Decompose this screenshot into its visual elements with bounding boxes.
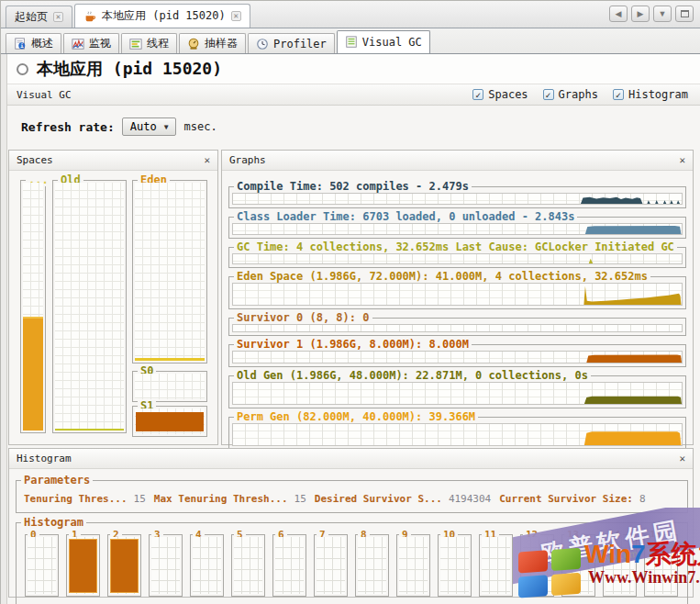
tab-overview[interactable]: i 概述: [6, 33, 61, 53]
view-toggle-checkbox[interactable]: ✓ Spaces: [472, 88, 528, 101]
parameter-label: Max Tenuring Thresh...: [154, 493, 288, 505]
tab-start-page[interactable]: 起始页 ✕: [6, 6, 72, 28]
close-icon[interactable]: ✕: [231, 11, 241, 21]
graph-strip: [232, 423, 683, 446]
nav-back-button[interactable]: ◀: [609, 6, 628, 22]
parameter: Current Survivor Size:8: [499, 493, 645, 505]
checkbox-label: Graphs: [559, 88, 598, 101]
graph-row-label: Survivor 0 (8, 8): 0: [234, 311, 372, 324]
parameter-value: 8: [639, 493, 646, 505]
histogram-groupbox: Histogram 0 1 2 3 4 5 6 7 8 9: [16, 522, 688, 604]
histogram-cell: 14: [603, 534, 637, 597]
view-toggle-checkbox[interactable]: ✓ Histogram: [613, 88, 688, 101]
histogram-body: Parameters Tenuring Thres...15 Max Tenur…: [9, 469, 693, 597]
parameters-groupbox: Parameters Tenuring Thres...15 Max Tenur…: [16, 480, 688, 513]
visual-gc-subheader: Visual GC ✓ Spaces ✓ Graphs ✓ Histogram: [7, 84, 700, 106]
document-tabbar: 起始页 ✕ 本地应用 (pid 15020) ✕ ◀ ▶ ▼: [1, 1, 700, 28]
parameter-value: 4194304: [449, 493, 491, 505]
tab-threads[interactable]: 线程: [121, 33, 177, 53]
tab-monitor[interactable]: 监视: [63, 33, 119, 53]
parameter: Tenuring Thres...15: [24, 493, 146, 505]
histogram-cell-grid: [275, 537, 304, 594]
close-icon[interactable]: ✕: [679, 453, 685, 464]
graph-fill: [233, 325, 682, 331]
space-column-fill: [135, 358, 205, 361]
graph-fill: [233, 284, 682, 305]
chevron-down-icon: ▼: [164, 123, 169, 131]
parameter: Max Tenuring Thresh...15: [154, 493, 306, 505]
histogram-panel-header: Histogram ✕: [9, 449, 693, 469]
tab-sampler-label: 抽样器: [205, 36, 238, 51]
histogram-cell: 1: [66, 534, 100, 597]
svg-text:i: i: [20, 42, 24, 49]
spaces-panel-title: Spaces: [17, 154, 53, 166]
close-icon[interactable]: ✕: [679, 154, 685, 166]
histogram-cell-grid: [234, 537, 262, 594]
graph-row: Perm Gen (82.000M, 40.000M): 39.366M: [228, 417, 686, 450]
profiler-clock-icon: [256, 38, 269, 50]
parameter-label: Tenuring Thres...: [24, 493, 128, 505]
histogram-cell: 12: [520, 534, 554, 597]
graph-row: Eden Space (1.986G, 72.000M): 41.000M, 4…: [228, 276, 686, 309]
space-column-fill: [23, 317, 43, 431]
graph-strip: [232, 223, 683, 235]
histogram-cell: 10: [438, 534, 472, 597]
histogram-cell-grid: [317, 537, 345, 594]
graph-fill: [233, 424, 682, 445]
space-column: ...: [20, 180, 46, 433]
histogram-cell-grid: [523, 537, 551, 594]
space-column-grid: [135, 374, 205, 399]
threads-icon: [129, 38, 142, 50]
refresh-rate-select[interactable]: Auto ▼: [122, 117, 177, 136]
view-toggle-checkbox[interactable]: ✓ Graphs: [543, 88, 598, 101]
view-checkboxes: ✓ Spaces ✓ Graphs ✓ Histogram: [472, 88, 688, 101]
tab-start-page-label: 起始页: [15, 9, 48, 25]
tab-visual-gc-label: Visual GC: [362, 36, 422, 49]
maximize-button[interactable]: [675, 6, 694, 22]
close-icon[interactable]: ✕: [204, 154, 210, 166]
java-cup-icon: [83, 10, 96, 23]
tab-local-app-label: 本地应用 (pid 15020): [102, 8, 226, 24]
histogram-cell-fill: [69, 539, 97, 593]
app-status-icon: [17, 63, 28, 75]
graph-row-label: GC Time: 4 collections, 32.652ms Last Ca…: [234, 240, 677, 253]
histogram-cell-grid: [399, 537, 428, 594]
graphs-panel-title: Graphs: [229, 154, 266, 166]
checkbox-icon: ✓: [613, 89, 624, 100]
page-title: 本地应用 (pid 15020): [37, 58, 222, 80]
graph-row-label: Eden Space (1.986G, 72.000M): 41.000M, 4…: [234, 270, 650, 283]
space-column: Old: [52, 180, 127, 433]
histogram-cell-grid: [564, 537, 593, 594]
graph-fill: [233, 383, 682, 404]
tab-profiler[interactable]: Profiler: [248, 33, 335, 53]
tab-local-app[interactable]: 本地应用 (pid 15020) ✕: [74, 4, 250, 28]
histogram-cell: 13: [561, 534, 595, 597]
monitor-chart-icon: [72, 38, 84, 50]
space-column: S1: [132, 406, 207, 437]
histogram-panel-title: Histogram: [17, 453, 72, 464]
nav-forward-button[interactable]: ▶: [631, 6, 650, 22]
graph-row-label: Perm Gen (82.000M, 40.000M): 39.366M: [234, 410, 478, 423]
histogram-cell: 9: [396, 534, 430, 597]
graph-row: Old Gen (1.986G, 48.000M): 22.871M, 0 co…: [228, 375, 686, 408]
parameters-title: Parameters: [21, 474, 93, 487]
tab-visual-gc[interactable]: Visual GC: [337, 30, 430, 53]
tab-overview-label: 概述: [31, 36, 53, 51]
graph-fill: [233, 224, 682, 234]
graph-strip: [232, 351, 683, 364]
tab-sampler[interactable]: 抽样器: [179, 33, 246, 53]
title-row: 本地应用 (pid 15020): [7, 54, 700, 84]
parameter-value: 15: [294, 493, 306, 505]
histogram-cell-fill: [110, 539, 139, 593]
tab-list-dropdown-button[interactable]: ▼: [653, 6, 672, 22]
close-icon[interactable]: ✕: [53, 12, 63, 22]
space-column-fill: [136, 412, 204, 431]
graph-strip: [232, 382, 683, 405]
parameter-label: Current Survivor Size:: [499, 493, 633, 505]
histogram-cell: 4: [190, 534, 224, 597]
graph-row-label: Compile Time: 502 compiles - 2.479s: [234, 180, 472, 193]
histogram-cell: 5: [231, 534, 265, 597]
histogram-cells: 0 1 2 3 4 5 6 7 8 9 10: [17, 523, 687, 597]
graph-fill: [233, 194, 682, 204]
checkbox-label: Histogram: [628, 88, 688, 101]
